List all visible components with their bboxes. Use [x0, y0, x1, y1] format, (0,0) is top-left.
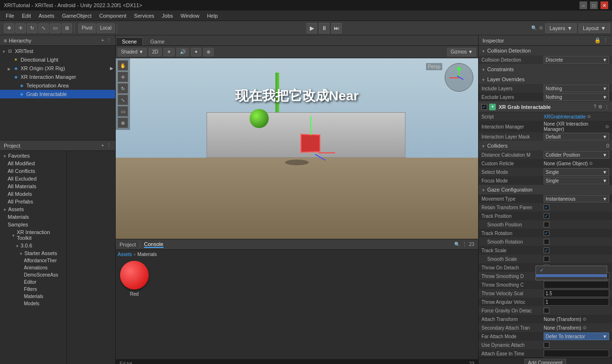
fgd-checkbox[interactable] — [544, 308, 549, 313]
local-button[interactable]: Local — [97, 23, 115, 33]
console-icon1[interactable]: 🔍 — [454, 242, 460, 247]
layer-overrides-header[interactable]: Layer Overrides — [479, 75, 612, 84]
collision-dropdown[interactable]: Discrete ▼ — [544, 56, 609, 64]
menu-help[interactable]: Help — [203, 12, 222, 20]
menu-assets[interactable]: Assets — [35, 12, 58, 20]
console-options[interactable]: ⋮ — [462, 241, 467, 247]
hierarchy-item-xritest[interactable]: ⊡ XRITest — [0, 47, 115, 55]
rect-btn[interactable]: ▭ — [118, 106, 128, 117]
scene-effects-btn[interactable]: ✦ — [191, 48, 201, 56]
inspector-lock-icon[interactable]: 🔒 — [594, 37, 601, 43]
menu-services[interactable]: Services — [130, 12, 158, 20]
favorites-all-modified[interactable]: All Modified — [0, 160, 66, 167]
cr-link-icon[interactable]: ⊙ — [589, 161, 593, 166]
scene-pivot-btn[interactable]: ⊕ — [203, 48, 214, 56]
scene-light-btn[interactable]: ☀ — [164, 48, 175, 56]
starter-assets[interactable]: Starter Assets — [0, 249, 66, 257]
pause-button[interactable]: ⏸ — [319, 23, 329, 33]
tp-checkbox[interactable] — [544, 213, 549, 219]
component-settings-icon[interactable]: ⚙ — [598, 104, 602, 109]
favorites-all-excluded[interactable]: All Excluded — [0, 175, 66, 182]
maximize-button[interactable]: □ — [590, 1, 598, 9]
editor-item[interactable]: Editor — [0, 278, 66, 286]
hierarchy-add-icon[interactable]: + — [101, 37, 104, 43]
ss-checkbox[interactable] — [544, 256, 549, 262]
viewport[interactable]: Persp 现在我把它改成Near ✋ ✛ ↻ ⤡ ▭ ⊕ — [116, 58, 478, 239]
console-tab-project[interactable]: Project — [120, 242, 136, 247]
ilm-dropdown[interactable]: Default ▼ — [544, 133, 609, 140]
colliders-header[interactable]: Colliders 0 — [479, 141, 612, 150]
constraints-header[interactable]: Constraints — [479, 64, 612, 74]
assets-header[interactable]: Assets — [0, 205, 66, 213]
add-component-button[interactable]: Add Component — [525, 359, 566, 364]
affordance-item[interactable]: AffordanceTher — [0, 257, 66, 264]
hierarchy-item-xr-origin[interactable]: ◈ XR Origin (XR Rig) ▶ — [0, 64, 115, 73]
favorites-all-prefabs[interactable]: All Prefabs — [0, 198, 66, 205]
minimize-button[interactable]: – — [579, 1, 587, 9]
rotate-tool[interactable]: ↻ — [27, 23, 37, 33]
red-material-item[interactable]: Red — [118, 259, 151, 297]
favorites-all-conflicts[interactable]: All Conflicts — [0, 167, 66, 175]
hierarchy-options-icon[interactable]: ⋮ — [106, 37, 111, 43]
project-add-icon[interactable]: + — [101, 142, 104, 149]
far-attach-mode-dropdown[interactable]: Defer To Interactor ▼ — [544, 332, 609, 340]
ts-checkbox[interactable] — [544, 247, 549, 253]
at-link-icon[interactable]: ⊙ — [583, 317, 587, 321]
rtp-checkbox[interactable] — [544, 204, 549, 210]
hand-tool[interactable]: ✥ — [4, 23, 14, 33]
attach-ease-input[interactable] — [544, 350, 609, 357]
exclude-layers-dropdown[interactable]: Nothing ▼ — [544, 93, 609, 101]
menu-jobs[interactable]: Jobs — [158, 12, 177, 20]
component-help-icon[interactable]: ? — [593, 104, 596, 109]
dc-dropdown[interactable]: Collider Position ▼ — [544, 151, 609, 159]
step-button[interactable]: ⏭ — [331, 23, 342, 33]
tab-scene[interactable]: Scene — [116, 37, 143, 45]
component-enabled-checkbox[interactable] — [481, 104, 487, 110]
sr-checkbox[interactable] — [544, 239, 549, 245]
assets-label[interactable]: Assets — [118, 252, 132, 257]
rotate-btn[interactable]: ↻ — [118, 83, 128, 94]
favorites-all-materials[interactable]: All Materials — [0, 182, 66, 190]
tr-checkbox[interactable] — [544, 230, 549, 236]
mt-dropdown[interactable]: Instantaneous ▼ — [544, 195, 609, 203]
assets-materials[interactable]: Materials — [0, 213, 66, 221]
demoscene-item[interactable]: DemoSceneAss — [0, 271, 66, 278]
menu-gameobject[interactable]: GameObject — [58, 12, 96, 20]
sp-checkbox[interactable] — [544, 222, 549, 227]
option-far[interactable] — [536, 277, 607, 280]
option-defer-to-interactor[interactable]: ✓ — [536, 266, 607, 274]
favorites-all-models[interactable]: All Models — [0, 190, 66, 198]
scale-btn[interactable]: ⤡ — [118, 95, 128, 105]
xr-interaction-toolkit[interactable]: XR Interaction Toolkit — [0, 228, 66, 242]
close-button[interactable]: ✕ — [601, 1, 608, 9]
uda-checkbox[interactable] — [544, 342, 549, 348]
hand-tool-btn[interactable]: ✋ — [118, 60, 128, 71]
inspector-options-icon[interactable]: ⋮ — [603, 37, 608, 43]
xr-version[interactable]: 3.0.6 — [0, 242, 66, 249]
include-layers-dropdown[interactable]: Nothing ▼ — [544, 85, 609, 92]
layout-button[interactable]: Layout ▼ — [579, 23, 610, 33]
hierarchy-item-xr-manager[interactable]: ◈ XR Interaction Manager — [0, 73, 115, 81]
scene-2d-btn[interactable]: 2D — [149, 48, 162, 56]
hierarchy-item-teleportation[interactable]: ◈ Teleportation Area — [0, 81, 115, 90]
im-link-icon[interactable]: ⊙ — [605, 124, 609, 129]
collision-section-header[interactable]: Collision Detection — [479, 46, 612, 55]
animations-item[interactable]: Animations — [0, 264, 66, 271]
menu-edit[interactable]: Edit — [18, 12, 35, 20]
script-link-icon[interactable]: ⊙ — [587, 114, 591, 119]
menu-component[interactable]: Component — [95, 12, 130, 20]
assets-samples[interactable]: Samples — [0, 221, 66, 228]
multi-tool[interactable]: ⊞ — [62, 23, 72, 33]
move-btn[interactable]: ✛ — [118, 72, 128, 82]
scale-tool[interactable]: ⤡ — [38, 23, 49, 33]
fm-dropdown[interactable]: Single ▼ — [544, 177, 609, 184]
throw-smoothing-c-input[interactable] — [544, 281, 609, 289]
rect-tool[interactable]: ▭ — [50, 23, 61, 33]
hierarchy-item-grab-interactable[interactable]: ◈ Grab Interactable — [0, 90, 115, 98]
transform-btn[interactable]: ⊕ — [118, 118, 128, 128]
project-options-icon[interactable]: ⋮ — [106, 142, 111, 149]
component-more-icon[interactable]: ⋮ — [604, 104, 609, 109]
move-tool[interactable]: ✛ — [15, 23, 26, 33]
throw-velocity-input[interactable] — [544, 289, 609, 297]
menu-window[interactable]: Window — [177, 12, 203, 20]
